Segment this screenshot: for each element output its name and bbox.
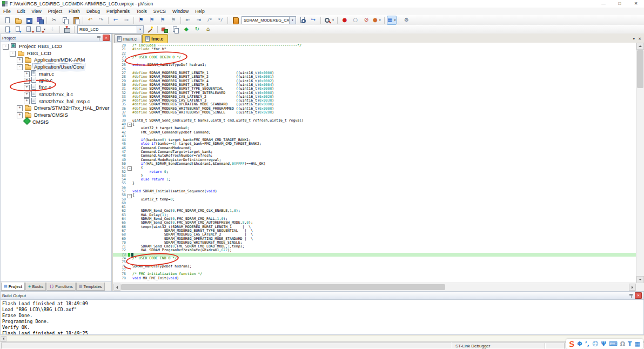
stop-build-button[interactable]: ↓ bbox=[48, 25, 57, 34]
close-button[interactable]: ✕ bbox=[628, 0, 644, 8]
menu-edit[interactable]: Edit bbox=[14, 8, 29, 15]
bookmark-previous-button[interactable]: ⚑ bbox=[147, 16, 157, 25]
bookmark-clear-all-button[interactable]: ⚑ bbox=[169, 16, 178, 25]
expand-icon[interactable]: + bbox=[24, 85, 30, 91]
find-next-button[interactable]: ↪ bbox=[308, 16, 318, 25]
tree-item-application-mdk-arm[interactable]: +Application/MDK-ARM bbox=[1, 57, 111, 64]
bookmark-next-button[interactable]: ⚑ bbox=[158, 16, 167, 25]
code-line[interactable]: 40−{ bbox=[113, 123, 636, 126]
redo-button[interactable]: ↷ bbox=[96, 16, 106, 25]
code-line[interactable]: 50 if(HAL_SDRAM_SendCommand(&hsdram1,&Co… bbox=[113, 162, 636, 166]
manage-project-items-button[interactable] bbox=[160, 25, 170, 34]
input-mode-icon[interactable]: Φ bbox=[577, 341, 582, 347]
unindent-button[interactable]: ⇤ bbox=[183, 16, 193, 25]
expand-icon[interactable]: + bbox=[24, 71, 30, 77]
sogou-logo-icon[interactable]: S bbox=[568, 339, 575, 348]
file-extensions-button[interactable] bbox=[171, 25, 180, 34]
expand-icon[interactable]: + bbox=[17, 57, 23, 63]
code-line[interactable]: 25extern SDRAM_HandleTypeDef hsdram1; bbox=[113, 63, 636, 67]
code-line[interactable]: 21#include "fmc.h" bbox=[113, 48, 636, 51]
code-line[interactable]: 62 SDRAM_Send_Cmd(0,FMC_SDRAM_CMD_CLK_EN… bbox=[113, 209, 636, 213]
code-line[interactable]: 53 } bbox=[113, 174, 636, 178]
kill-all-breakpoints-button[interactable]: ●▼ bbox=[372, 16, 382, 25]
menu-project[interactable]: Project bbox=[45, 8, 65, 15]
navigate-back-button[interactable]: ← bbox=[111, 16, 120, 25]
code-line[interactable]: 60 bbox=[113, 202, 636, 205]
code-area[interactable]: 20/* Includes --------------------------… bbox=[113, 43, 644, 283]
flash-download-button[interactable] bbox=[62, 25, 72, 34]
save-button[interactable] bbox=[24, 16, 33, 25]
tab-list-dropdown-icon[interactable]: ▾ bbox=[633, 37, 635, 41]
code-line[interactable]: 73 bbox=[113, 253, 636, 257]
code-line[interactable]: 22 bbox=[113, 52, 636, 56]
code-line[interactable]: 72 HAL_SDRAM_ProgramRefreshRate(&hsdram1… bbox=[113, 249, 636, 252]
select-target-combo[interactable]: RBG_LCD▼ bbox=[77, 25, 144, 33]
menu-tools[interactable]: Tools bbox=[133, 8, 150, 15]
maximize-button[interactable]: □ bbox=[612, 0, 628, 8]
current-symbol-combo[interactable]: SDRAM_MODEREG_CAS_▼ bbox=[242, 16, 296, 24]
menu-window[interactable]: Window bbox=[169, 8, 192, 15]
tree-item-main-c[interactable]: +main.c bbox=[1, 71, 111, 78]
code-line[interactable]: 37#define SDRAM_MODEREG_WRITEBURST_MODE_… bbox=[113, 111, 636, 115]
skin-icon[interactable]: T bbox=[628, 341, 632, 347]
collapse-icon[interactable]: - bbox=[10, 51, 16, 57]
code-line[interactable]: 54 else return 1; bbox=[113, 178, 636, 182]
voice-input-icon[interactable]: Ψ bbox=[601, 341, 606, 347]
collapse-icon[interactable]: - bbox=[3, 44, 9, 50]
code-line[interactable]: 79void MX_FMC_Init(void) bbox=[113, 277, 636, 280]
scroll-left-arrow[interactable] bbox=[113, 284, 120, 291]
insert-breakpoint-button[interactable]: ● bbox=[340, 16, 350, 25]
menu-peripherals[interactable]: Peripherals bbox=[103, 8, 133, 15]
chevron-down-icon[interactable]: ▼ bbox=[137, 26, 143, 33]
options-for-target-button[interactable] bbox=[145, 25, 155, 34]
collapse-icon[interactable]: - bbox=[17, 64, 23, 70]
code-line[interactable]: 52 return 0; bbox=[113, 170, 636, 174]
copy-button[interactable] bbox=[60, 16, 70, 25]
expand-icon[interactable]: + bbox=[17, 112, 23, 118]
soft-keyboard-icon[interactable]: ⌨ bbox=[609, 341, 618, 347]
rebuild-all-button[interactable] bbox=[24, 25, 33, 34]
code-line[interactable]: 58−{ bbox=[113, 193, 636, 197]
profile-icon[interactable]: Ω bbox=[620, 341, 625, 347]
tree-item-fmc-c[interactable]: +fmc.c bbox=[1, 84, 111, 91]
code-line[interactable]: 20/* Includes --------------------------… bbox=[113, 44, 636, 48]
fold-margin[interactable]: − bbox=[128, 193, 132, 197]
cut-button[interactable]: ✂ bbox=[49, 16, 59, 25]
open-file-button[interactable] bbox=[13, 16, 23, 25]
batch-build-button[interactable]: ▼ bbox=[35, 25, 46, 34]
tree-item-stm32h7xx-it-c[interactable]: +stm32h7xx_it.c bbox=[1, 91, 111, 98]
pin-icon[interactable] bbox=[629, 293, 633, 298]
comment-selection-button[interactable]: /* bbox=[205, 16, 214, 25]
document-tab-main-c[interactable]: main.c bbox=[114, 34, 142, 43]
scroll-right-arrow[interactable] bbox=[629, 284, 636, 291]
scroll-up-arrow[interactable] bbox=[636, 43, 644, 50]
toolbox-icon[interactable]: ▦ bbox=[635, 341, 640, 347]
pin-icon[interactable] bbox=[97, 36, 101, 41]
menu-file[interactable]: File bbox=[0, 8, 14, 15]
tree-item-application-user-core[interactable]: -Application/User/Core bbox=[1, 64, 111, 71]
code-line[interactable]: 51− { bbox=[113, 166, 636, 170]
code-line[interactable]: 23/* USER CODE BEGIN 0 */ bbox=[113, 56, 636, 59]
emoji-icon[interactable]: ☺ bbox=[592, 341, 598, 347]
enable-disable-breakpoint-button[interactable]: ○ bbox=[351, 16, 360, 25]
document-tab-fmc-c[interactable]: fmc.c bbox=[142, 34, 168, 43]
tree-item-drivers-stm32h7xx-hal-driver[interactable]: +Drivers/STM32H7xx_HAL_Driver bbox=[1, 105, 111, 112]
save-all-button[interactable] bbox=[35, 16, 44, 25]
expand-icon[interactable]: + bbox=[17, 105, 23, 111]
horizontal-scrollbar[interactable] bbox=[113, 283, 644, 291]
symbols-browser-button[interactable] bbox=[230, 16, 240, 25]
menu-svcs[interactable]: SVCS bbox=[150, 8, 169, 15]
build-output-content[interactable]: Flash Load finished at 18:49:09 Load "RB… bbox=[0, 300, 644, 335]
vertical-scrollbar[interactable] bbox=[636, 43, 644, 283]
find-button[interactable]: ▼ bbox=[323, 16, 335, 25]
panel-tab-templates[interactable]: ▥Templates bbox=[76, 283, 105, 291]
panel-tab-functions[interactable]: {}Functions bbox=[46, 283, 75, 291]
close-panel-icon[interactable]: ✕ bbox=[103, 35, 110, 41]
menu-debug[interactable]: Debug bbox=[83, 8, 103, 15]
translate-file-button[interactable] bbox=[2, 25, 12, 34]
tree-item-cmsis[interactable]: CMSIS bbox=[1, 119, 111, 126]
scrollbar-thumb[interactable] bbox=[637, 50, 643, 88]
code-line[interactable]: 55} bbox=[113, 182, 636, 185]
chevron-down-icon[interactable]: ▼ bbox=[289, 17, 296, 24]
undo-button[interactable]: ↶ bbox=[85, 16, 95, 25]
